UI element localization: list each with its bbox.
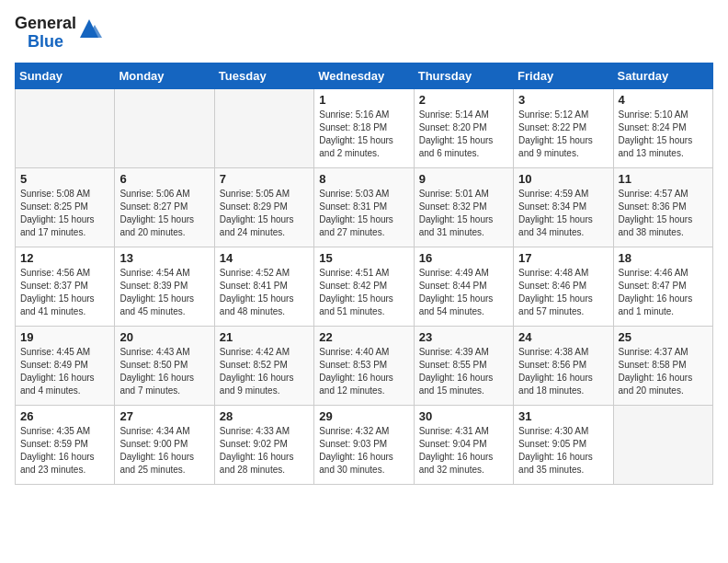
logo: General Blue (15, 15, 102, 52)
day-info: Sunrise: 5:12 AM Sunset: 8:22 PM Dayligh… (518, 109, 608, 160)
day-info: Sunrise: 4:30 AM Sunset: 9:05 PM Dayligh… (518, 425, 608, 477)
calendar-cell: 23Sunrise: 4:39 AM Sunset: 8:55 PM Dayli… (414, 326, 513, 405)
day-header-friday: Friday (514, 63, 613, 88)
day-number: 31 (518, 409, 608, 423)
calendar-cell: 3Sunrise: 5:12 AM Sunset: 8:22 PM Daylig… (514, 88, 613, 167)
logo-icon (76, 17, 102, 41)
day-number: 23 (419, 330, 508, 344)
day-number: 10 (518, 172, 608, 186)
calendar-cell: 28Sunrise: 4:33 AM Sunset: 9:02 PM Dayli… (214, 405, 313, 484)
logo-blue: Blue (28, 33, 63, 52)
day-number: 18 (619, 251, 708, 265)
calendar-table: SundayMondayTuesdayWednesdayThursdayFrid… (15, 63, 713, 485)
day-info: Sunrise: 5:08 AM Sunset: 8:25 PM Dayligh… (20, 188, 109, 239)
day-number: 11 (619, 172, 708, 186)
day-info: Sunrise: 5:01 AM Sunset: 8:32 PM Dayligh… (419, 188, 508, 239)
calendar-cell: 2Sunrise: 5:14 AM Sunset: 8:20 PM Daylig… (414, 88, 513, 167)
calendar-cell: 12Sunrise: 4:56 AM Sunset: 8:37 PM Dayli… (16, 247, 115, 326)
day-info: Sunrise: 4:39 AM Sunset: 8:55 PM Dayligh… (419, 346, 508, 397)
day-number: 7 (220, 172, 309, 186)
calendar-cell (214, 88, 313, 167)
calendar-cell: 29Sunrise: 4:32 AM Sunset: 9:03 PM Dayli… (314, 405, 414, 484)
calendar-cell: 21Sunrise: 4:42 AM Sunset: 8:52 PM Dayli… (214, 326, 313, 405)
day-number: 6 (119, 172, 209, 186)
page-header: General Blue (15, 15, 713, 52)
logo-general: General (15, 15, 76, 33)
day-info: Sunrise: 4:52 AM Sunset: 8:41 PM Dayligh… (220, 267, 309, 318)
day-info: Sunrise: 5:16 AM Sunset: 8:18 PM Dayligh… (319, 109, 408, 160)
day-info: Sunrise: 5:06 AM Sunset: 8:27 PM Dayligh… (119, 188, 209, 239)
day-number: 30 (419, 409, 508, 423)
day-number: 24 (518, 330, 608, 344)
day-info: Sunrise: 4:46 AM Sunset: 8:47 PM Dayligh… (619, 267, 708, 318)
day-info: Sunrise: 4:49 AM Sunset: 8:44 PM Dayligh… (419, 267, 508, 318)
calendar-cell: 26Sunrise: 4:35 AM Sunset: 8:59 PM Dayli… (16, 405, 115, 484)
day-info: Sunrise: 5:10 AM Sunset: 8:24 PM Dayligh… (619, 109, 708, 160)
calendar-cell: 16Sunrise: 4:49 AM Sunset: 8:44 PM Dayli… (414, 247, 513, 326)
calendar-cell (613, 405, 712, 484)
day-info: Sunrise: 4:37 AM Sunset: 8:58 PM Dayligh… (619, 346, 708, 397)
calendar-cell: 9Sunrise: 5:01 AM Sunset: 8:32 PM Daylig… (414, 167, 513, 247)
day-header-saturday: Saturday (613, 63, 712, 88)
calendar-cell: 13Sunrise: 4:54 AM Sunset: 8:39 PM Dayli… (115, 247, 214, 326)
calendar-cell: 20Sunrise: 4:43 AM Sunset: 8:50 PM Dayli… (115, 326, 214, 405)
day-number: 26 (20, 409, 109, 423)
day-number: 27 (119, 409, 209, 423)
day-number: 22 (319, 330, 408, 344)
day-header-monday: Monday (115, 63, 214, 88)
day-info: Sunrise: 4:42 AM Sunset: 8:52 PM Dayligh… (220, 346, 309, 397)
day-info: Sunrise: 4:33 AM Sunset: 9:02 PM Dayligh… (220, 425, 309, 477)
calendar-cell: 24Sunrise: 4:38 AM Sunset: 8:56 PM Dayli… (514, 326, 613, 405)
calendar-cell: 11Sunrise: 4:57 AM Sunset: 8:36 PM Dayli… (613, 167, 712, 247)
day-info: Sunrise: 5:14 AM Sunset: 8:20 PM Dayligh… (419, 109, 508, 160)
day-number: 16 (419, 251, 508, 265)
day-info: Sunrise: 5:05 AM Sunset: 8:29 PM Dayligh… (220, 188, 309, 239)
day-info: Sunrise: 4:31 AM Sunset: 9:04 PM Dayligh… (419, 425, 508, 477)
calendar-cell: 31Sunrise: 4:30 AM Sunset: 9:05 PM Dayli… (514, 405, 613, 484)
day-header-thursday: Thursday (414, 63, 513, 88)
day-info: Sunrise: 4:57 AM Sunset: 8:36 PM Dayligh… (619, 188, 708, 239)
day-number: 8 (319, 172, 408, 186)
day-info: Sunrise: 4:35 AM Sunset: 8:59 PM Dayligh… (20, 425, 109, 477)
day-header-sunday: Sunday (16, 63, 115, 88)
calendar-cell: 15Sunrise: 4:51 AM Sunset: 8:42 PM Dayli… (314, 247, 414, 326)
day-header-wednesday: Wednesday (314, 63, 414, 88)
calendar-cell: 18Sunrise: 4:46 AM Sunset: 8:47 PM Dayli… (613, 247, 712, 326)
day-info: Sunrise: 4:43 AM Sunset: 8:50 PM Dayligh… (119, 346, 209, 397)
day-number: 20 (119, 330, 209, 344)
day-number: 2 (419, 93, 508, 107)
day-header-tuesday: Tuesday (214, 63, 313, 88)
day-info: Sunrise: 4:56 AM Sunset: 8:37 PM Dayligh… (20, 267, 109, 318)
day-number: 14 (220, 251, 309, 265)
day-number: 28 (220, 409, 309, 423)
calendar-cell: 17Sunrise: 4:48 AM Sunset: 8:46 PM Dayli… (514, 247, 613, 326)
calendar-cell: 4Sunrise: 5:10 AM Sunset: 8:24 PM Daylig… (613, 88, 712, 167)
day-info: Sunrise: 4:48 AM Sunset: 8:46 PM Dayligh… (518, 267, 608, 318)
calendar-cell: 10Sunrise: 4:59 AM Sunset: 8:34 PM Dayli… (514, 167, 613, 247)
day-number: 21 (220, 330, 309, 344)
calendar-cell: 27Sunrise: 4:34 AM Sunset: 9:00 PM Dayli… (115, 405, 214, 484)
calendar-cell: 7Sunrise: 5:05 AM Sunset: 8:29 PM Daylig… (214, 167, 313, 247)
day-number: 9 (419, 172, 508, 186)
calendar-cell (115, 88, 214, 167)
day-number: 15 (319, 251, 408, 265)
day-info: Sunrise: 4:51 AM Sunset: 8:42 PM Dayligh… (319, 267, 408, 318)
day-number: 3 (518, 93, 608, 107)
day-info: Sunrise: 4:34 AM Sunset: 9:00 PM Dayligh… (119, 425, 209, 477)
calendar-cell: 8Sunrise: 5:03 AM Sunset: 8:31 PM Daylig… (314, 167, 414, 247)
day-info: Sunrise: 4:54 AM Sunset: 8:39 PM Dayligh… (119, 267, 209, 318)
day-info: Sunrise: 4:45 AM Sunset: 8:49 PM Dayligh… (20, 346, 109, 397)
day-number: 29 (319, 409, 408, 423)
day-info: Sunrise: 5:03 AM Sunset: 8:31 PM Dayligh… (319, 188, 408, 239)
day-info: Sunrise: 4:59 AM Sunset: 8:34 PM Dayligh… (518, 188, 608, 239)
day-number: 25 (619, 330, 708, 344)
day-number: 5 (20, 172, 109, 186)
calendar-cell: 19Sunrise: 4:45 AM Sunset: 8:49 PM Dayli… (16, 326, 115, 405)
day-number: 19 (20, 330, 109, 344)
calendar-cell: 14Sunrise: 4:52 AM Sunset: 8:41 PM Dayli… (214, 247, 313, 326)
calendar-cell: 22Sunrise: 4:40 AM Sunset: 8:53 PM Dayli… (314, 326, 414, 405)
calendar-cell (16, 88, 115, 167)
day-number: 17 (518, 251, 608, 265)
calendar-cell: 30Sunrise: 4:31 AM Sunset: 9:04 PM Dayli… (414, 405, 513, 484)
day-info: Sunrise: 4:32 AM Sunset: 9:03 PM Dayligh… (319, 425, 408, 477)
